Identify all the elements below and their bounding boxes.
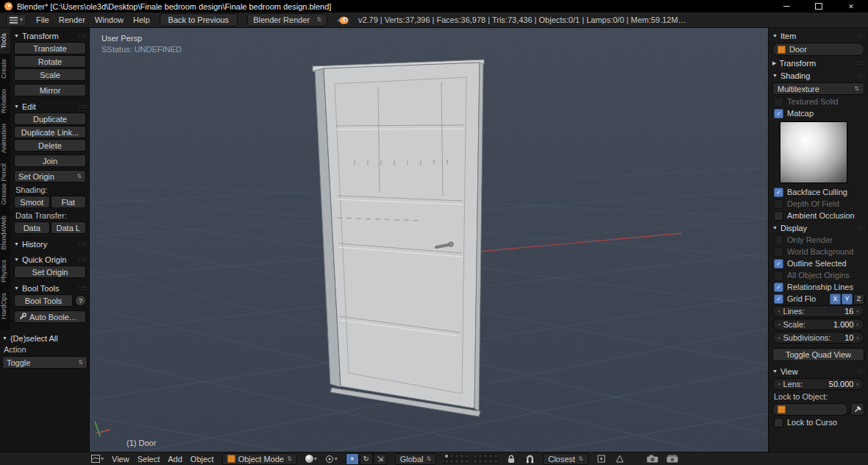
toggle-quad-view-button[interactable]: Toggle Quad View <box>772 348 864 361</box>
panel-grip-icon[interactable]: ∷∷ <box>79 32 86 40</box>
menu-select[interactable]: Select <box>138 455 160 464</box>
minimize-button[interactable] <box>781 2 791 11</box>
viewport-3d[interactable]: User Persp SStatus: UNDEFINED (1) Door <box>90 28 768 452</box>
panel-grip-icon[interactable]: ∷∷ <box>858 72 864 79</box>
decrement-icon[interactable]: ◂ <box>778 308 780 314</box>
axis-x-button[interactable]: X <box>830 294 841 305</box>
checkbox-icon[interactable]: ✓ <box>774 211 783 221</box>
lock-object-field[interactable] <box>772 403 848 416</box>
axis-z-button[interactable]: Z <box>853 294 864 305</box>
tab-blend4web[interactable]: Blend4Web <box>0 210 10 255</box>
relationship-lines-checkbox-row[interactable]: ✓ Relationship Lines <box>772 282 864 292</box>
viewport-shading-select[interactable]: ▾ <box>305 454 317 464</box>
grid-lines-field[interactable]: ◂ Lines: 16 ▸ <box>772 305 864 317</box>
delete-button[interactable]: Delete <box>14 139 86 152</box>
outline-selected-checkbox-row[interactable]: ✓ Outline Selected <box>772 258 864 269</box>
decrement-icon[interactable]: ◂ <box>778 381 780 387</box>
back-to-previous-button[interactable]: Back to Previous <box>160 13 238 26</box>
tab-grease-pencil[interactable]: Grease Pencil <box>0 158 10 210</box>
duplicate-button[interactable]: Duplicate <box>14 113 86 125</box>
layers-widget[interactable] <box>444 454 498 464</box>
snap-target-button[interactable] <box>597 454 607 464</box>
only-render-checkbox-row[interactable]: ✓ Only Render <box>772 235 864 245</box>
panel-grip-icon[interactable]: ∷∷ <box>858 32 864 40</box>
opengl-render-button[interactable] <box>647 454 658 464</box>
checkbox-icon[interactable]: ✓ <box>774 259 783 269</box>
panel-grip-icon[interactable]: ∷∷ <box>858 224 864 232</box>
snap-element-select[interactable]: Closest ⇅ <box>543 453 588 465</box>
shade-smooth-button[interactable]: Smoot <box>14 196 50 208</box>
depth-of-field-checkbox-row[interactable]: ✓ Depth Of Field <box>772 199 864 209</box>
auto-boolean-button[interactable]: Auto Boole... <box>14 310 86 323</box>
bool-tools-button[interactable]: Bool Tools <box>14 294 73 307</box>
rotate-manipulator-button[interactable]: ↻ <box>360 453 373 465</box>
opengl-render-anim-button[interactable] <box>666 454 678 464</box>
translate-manipulator-button[interactable]: + <box>346 453 359 465</box>
checkbox-icon[interactable]: ✓ <box>774 294 783 304</box>
shading-mode-select[interactable]: Multitexture ⇅ <box>772 82 864 95</box>
shade-flat-button[interactable]: Flat <box>51 196 87 208</box>
action-toggle-dropdown[interactable]: Toggle ⇅ <box>2 356 88 369</box>
close-button[interactable]: ✕ <box>846 2 856 11</box>
duplicate-linked-button[interactable]: Duplicate Link... <box>14 126 86 138</box>
viewport-scene[interactable] <box>90 28 768 452</box>
set-origin-dropdown[interactable]: Set Origin ⇅ <box>14 170 86 182</box>
door-model[interactable] <box>313 60 484 416</box>
all-object-origins-checkbox-row[interactable]: ✓ All Object Origins <box>772 270 864 280</box>
scale-button[interactable]: Scale <box>14 68 86 81</box>
menu-help[interactable]: Help <box>133 15 150 24</box>
lock-to-scene-button[interactable] <box>506 454 516 464</box>
textured-solid-checkbox-row[interactable]: ✓ Textured Solid <box>772 96 864 107</box>
checkbox-icon[interactable]: ✓ <box>774 418 783 427</box>
panel-header-quick-origin[interactable]: ▼ Quick Origin ∷∷ <box>14 254 86 265</box>
grid-subdivisions-field[interactable]: ◂ Subdivisions: 10 ▸ <box>772 332 864 344</box>
panel-header-display[interactable]: ▼ Display ∷∷ <box>772 222 864 233</box>
panel-grip-icon[interactable]: ∷∷ <box>858 368 864 375</box>
pivot-point-select[interactable]: ▾ <box>325 454 338 464</box>
tab-create[interactable]: Create <box>0 54 10 84</box>
checkbox-icon[interactable]: ✓ <box>774 199 783 209</box>
increment-icon[interactable]: ▸ <box>856 308 859 314</box>
scale-manipulator-button[interactable]: ⇲ <box>374 453 387 465</box>
checkbox-icon[interactable]: ✓ <box>774 235 783 245</box>
tab-animation[interactable]: Animation <box>0 118 10 158</box>
ambient-occlusion-checkbox-row[interactable]: ✓ Ambient Occlusion <box>772 210 864 221</box>
panel-header-edit[interactable]: ▼ Edit ∷∷ <box>14 101 86 112</box>
help-icon[interactable]: ? <box>75 295 86 306</box>
increment-icon[interactable]: ▸ <box>856 322 859 327</box>
matcap-preview[interactable] <box>780 121 847 183</box>
panel-grip-icon[interactable]: ∷∷ <box>79 241 86 248</box>
rotate-button[interactable]: Rotate <box>14 55 86 68</box>
panel-header-transform[interactable]: ▶ Transform ∷∷ <box>772 57 864 68</box>
translate-button[interactable]: Translate <box>14 42 86 54</box>
menu-window[interactable]: Window <box>95 15 124 24</box>
lock-to-cursor-checkbox-row[interactable]: ✓ Lock to Curso <box>772 417 864 427</box>
editor-type-button[interactable]: ▾ <box>91 454 104 464</box>
snap-toggle-button[interactable] <box>524 454 535 464</box>
panel-header-deselect-all[interactable]: ▼ (De)select All <box>2 333 88 344</box>
panel-header-item[interactable]: ▼ Item ∷∷ <box>772 30 864 41</box>
menu-object[interactable]: Object <box>191 455 214 464</box>
checkbox-icon[interactable]: ✓ <box>774 188 783 197</box>
panel-grip-icon[interactable]: ∷∷ <box>79 256 86 263</box>
quick-set-origin-button[interactable]: Set Origin <box>14 266 86 278</box>
orientation-select[interactable]: Global ⇅ <box>395 453 437 465</box>
decrement-icon[interactable]: ◂ <box>778 335 780 341</box>
menu-file[interactable]: File <box>36 15 49 24</box>
checkbox-icon[interactable]: ✓ <box>774 271 783 280</box>
menu-view[interactable]: View <box>112 455 129 464</box>
lens-field[interactable]: ◂ Lens: 50.000 ▸ <box>772 378 864 390</box>
checkbox-icon[interactable]: ✓ <box>774 97 783 107</box>
world-background-checkbox-row[interactable]: ✓ World Background <box>772 246 864 257</box>
panel-header-shading[interactable]: ▼ Shading ∷∷ <box>772 70 864 81</box>
editor-type-button[interactable]: ▾ <box>6 14 26 26</box>
panel-header-history[interactable]: ▼ History ∷∷ <box>14 238 86 249</box>
backface-culling-checkbox-row[interactable]: ✓ Backface Culling <box>772 187 864 197</box>
data-layout-button[interactable]: Data L <box>51 221 87 234</box>
data-button[interactable]: Data <box>14 221 50 234</box>
matcap-checkbox-row[interactable]: ✓ Matcap <box>772 108 864 118</box>
checkbox-icon[interactable]: ✓ <box>774 247 783 257</box>
mode-select[interactable]: Object Mode ⇅ <box>222 453 297 465</box>
increment-icon[interactable]: ▸ <box>856 381 859 387</box>
join-button[interactable]: Join <box>14 155 86 167</box>
